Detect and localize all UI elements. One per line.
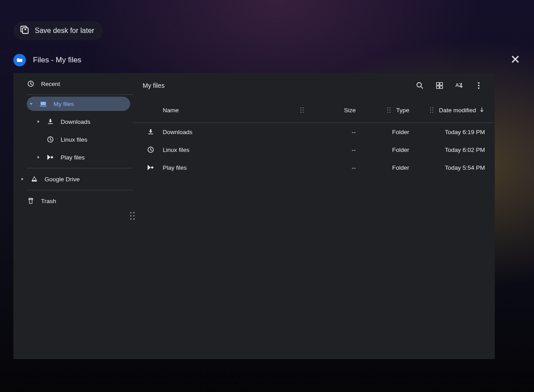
sidebar-item-label: Trash (41, 198, 56, 204)
save-desk-button[interactable]: Save desk for later (13, 21, 103, 40)
column-header-size[interactable]: Size (307, 107, 356, 114)
file-size: -- (307, 164, 356, 171)
save-desk-label: Save desk for later (35, 27, 94, 35)
sidebar-item-my-files[interactable]: My files (27, 97, 130, 111)
sidebar-divider (27, 168, 133, 168)
clock-icon (27, 80, 35, 88)
sidebar-item-label: Play files (61, 154, 85, 161)
table-row[interactable]: Play files--FolderToday 5:54 PM (133, 159, 495, 176)
linux-icon (46, 135, 54, 143)
file-type: Folder (356, 147, 409, 153)
app-icon (13, 54, 26, 66)
file-type-icon (138, 128, 163, 136)
column-resize-handle-icon[interactable] (300, 107, 305, 113)
column-resize-handle-icon[interactable] (430, 107, 435, 113)
save-desk-icon (20, 25, 29, 37)
sidebar-resize-handle[interactable] (128, 212, 136, 220)
sidebar-item-trash[interactable]: Trash (13, 192, 133, 210)
toolbar: My files (133, 73, 495, 98)
sort-descending-icon (479, 106, 485, 114)
search-button[interactable] (411, 77, 429, 94)
caret-right-icon (37, 120, 40, 123)
column-header-name[interactable]: Name (163, 107, 307, 114)
file-date-modified: Today 5:54 PM (409, 164, 485, 171)
sort-button[interactable] (450, 77, 468, 94)
file-date-modified: Today 6:19 PM (409, 129, 485, 135)
caret-right-icon (37, 155, 40, 159)
more-options-button[interactable] (470, 77, 488, 94)
caret-right-icon (21, 177, 24, 181)
file-name: Downloads (163, 129, 307, 135)
column-header-date-modified[interactable]: Date modified (409, 106, 485, 114)
file-size: -- (307, 129, 356, 135)
sidebar-divider (27, 94, 133, 95)
play-store-icon (46, 153, 54, 161)
sidebar-item-label: Linux files (61, 136, 87, 143)
sidebar-item-label: Recent (41, 81, 60, 87)
sidebar-item-linux-files[interactable]: Linux files (13, 131, 133, 148)
laptop-icon (39, 100, 47, 108)
file-type: Folder (356, 129, 409, 135)
view-toggle-button[interactable] (431, 77, 448, 94)
column-header-label: Type (396, 107, 409, 114)
column-header-row: Name Size Type Date modified (133, 98, 495, 123)
google-drive-icon (30, 175, 38, 183)
sidebar-item-recent[interactable]: Recent (13, 75, 133, 93)
file-type-icon (138, 163, 163, 172)
table-row[interactable]: Downloads--FolderToday 6:19 PM (133, 123, 495, 141)
column-resize-handle-icon[interactable] (387, 107, 392, 113)
file-name: Linux files (163, 147, 307, 153)
trash-icon (27, 197, 35, 205)
column-header-label: Name (163, 107, 179, 114)
sidebar-item-label: Downloads (61, 118, 90, 125)
file-size: -- (307, 147, 356, 153)
files-app-window: Recent My files Downloads Linux files (13, 73, 495, 359)
main-pane: My files Name Size Type (133, 73, 495, 359)
file-type-icon (138, 146, 163, 154)
window-close-button[interactable] (510, 54, 521, 66)
file-date-modified: Today 6:02 PM (409, 147, 485, 153)
sidebar-item-google-drive[interactable]: Google Drive (13, 170, 133, 188)
table-row[interactable]: Linux files--FolderToday 6:02 PM (133, 141, 495, 159)
column-header-label: Date modified (439, 107, 476, 114)
sidebar-item-label: My files (53, 101, 74, 107)
download-icon (46, 118, 54, 126)
sidebar-divider (27, 190, 133, 190)
file-type: Folder (356, 164, 409, 171)
sidebar-item-downloads[interactable]: Downloads (13, 113, 133, 131)
file-name: Play files (163, 164, 307, 171)
sidebar: Recent My files Downloads Linux files (13, 73, 133, 359)
column-header-type[interactable]: Type (356, 107, 409, 114)
window-title: Files - My files (33, 56, 82, 65)
breadcrumb: My files (143, 82, 409, 89)
caret-down-icon (29, 102, 33, 106)
column-header-label: Size (344, 107, 356, 114)
sidebar-item-play-files[interactable]: Play files (13, 148, 133, 166)
sidebar-item-label: Google Drive (45, 176, 80, 183)
